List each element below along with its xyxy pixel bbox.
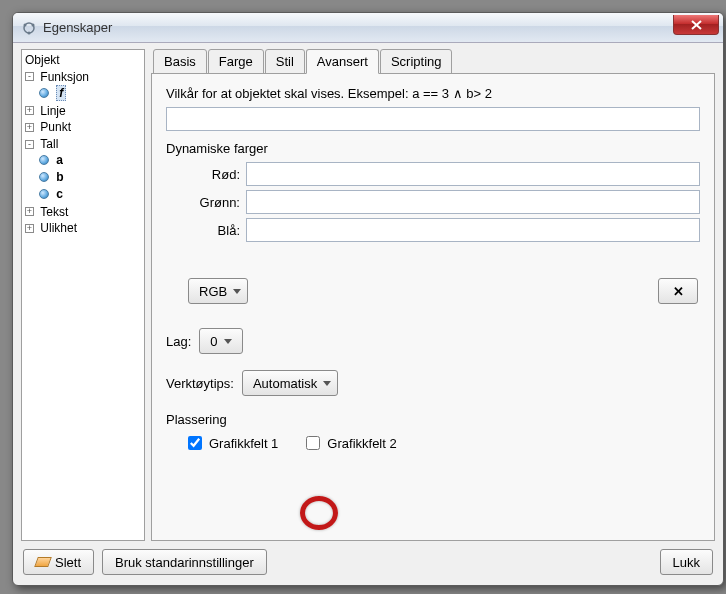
tab-farge[interactable]: Farge xyxy=(208,49,264,74)
tree-leaf-label: c xyxy=(56,187,63,201)
chevron-down-icon xyxy=(323,381,331,386)
tree-leaf-b[interactable]: b xyxy=(39,168,141,185)
tooltip-label: Verktøytips: xyxy=(166,376,234,391)
annotation-circle xyxy=(300,496,338,530)
expand-icon[interactable]: + xyxy=(25,224,34,233)
chevron-down-icon xyxy=(224,339,232,344)
object-dot-icon xyxy=(39,155,49,165)
tooltip-dropdown[interactable]: Automatisk xyxy=(242,370,338,396)
tree-node-funksjon[interactable]: - Funksjon f xyxy=(25,68,141,102)
dyn-colors-title: Dynamiske farger xyxy=(166,141,700,156)
delete-label: Slett xyxy=(55,555,81,570)
delete-button[interactable]: Slett xyxy=(23,549,94,575)
gfx2-text: Grafikkfelt 2 xyxy=(327,436,396,451)
gfx2-checkbox[interactable] xyxy=(306,436,320,450)
layer-value: 0 xyxy=(210,334,217,349)
chevron-down-icon xyxy=(233,289,241,294)
object-dot-icon xyxy=(39,189,49,199)
app-icon xyxy=(21,20,37,36)
object-tree[interactable]: Objekt - Funksjon f + Linje xyxy=(21,49,145,541)
tree-node-linje[interactable]: + Linje xyxy=(25,102,141,119)
defaults-button[interactable]: Bruk standarinnstillinger xyxy=(102,549,267,575)
blue-input[interactable] xyxy=(246,218,700,242)
tree-node-label: Tall xyxy=(40,137,58,151)
expand-icon[interactable]: + xyxy=(25,123,34,132)
expand-icon[interactable]: + xyxy=(25,106,34,115)
tree-node-label: Punkt xyxy=(40,120,71,134)
tooltip-value: Automatisk xyxy=(253,376,317,391)
placement-title: Plassering xyxy=(166,412,700,427)
blue-label: Blå: xyxy=(188,223,240,238)
gfx1-checkbox-label[interactable]: Grafikkfelt 1 xyxy=(184,433,278,453)
tree-node-label: Linje xyxy=(40,103,65,117)
gfx1-text: Grafikkfelt 1 xyxy=(209,436,278,451)
tree-node-label: Funksjon xyxy=(40,70,89,84)
gfx2-checkbox-label[interactable]: Grafikkfelt 2 xyxy=(302,433,396,453)
tab-avansert[interactable]: Avansert xyxy=(306,49,379,74)
tree-node-ulikhet[interactable]: + Ulikhet xyxy=(25,219,141,236)
svg-point-2 xyxy=(32,23,35,26)
color-mode-dropdown[interactable]: RGB xyxy=(188,278,248,304)
tree-leaf-c[interactable]: c xyxy=(39,185,141,202)
green-input[interactable] xyxy=(246,190,700,214)
green-label: Grønn: xyxy=(188,195,240,210)
red-input[interactable] xyxy=(246,162,700,186)
tree-root[interactable]: Objekt xyxy=(25,52,141,68)
color-mode-value: RGB xyxy=(199,284,227,299)
tab-panel-avansert: Vilkår for at objektet skal vises. Eksem… xyxy=(151,73,715,541)
tree-node-tall[interactable]: - Tall a b c xyxy=(25,135,141,202)
close-icon xyxy=(691,20,702,30)
window-title: Egenskaper xyxy=(43,20,112,35)
layer-label: Lag: xyxy=(166,334,191,349)
condition-input[interactable] xyxy=(166,107,700,131)
tree-node-label: Tekst xyxy=(40,204,68,218)
svg-point-3 xyxy=(28,31,31,34)
tree-node-label: Ulikhet xyxy=(40,221,77,235)
tree-leaf-label: f xyxy=(56,85,66,101)
tree-node-punkt[interactable]: + Punkt xyxy=(25,118,141,135)
gfx1-checkbox[interactable] xyxy=(188,436,202,450)
footer: Slett Bruk standarinnstillinger Lukk xyxy=(13,541,723,585)
object-dot-icon xyxy=(39,88,49,98)
condition-label: Vilkår for at objektet skal vises. Eksem… xyxy=(166,86,700,101)
tree-leaf-f[interactable]: f xyxy=(39,84,141,101)
window-close-button[interactable] xyxy=(673,15,719,35)
tab-scripting[interactable]: Scripting xyxy=(380,49,453,74)
titlebar: Egenskaper xyxy=(13,13,723,43)
expand-icon[interactable]: + xyxy=(25,207,34,216)
svg-point-1 xyxy=(24,23,27,26)
tab-basis[interactable]: Basis xyxy=(153,49,207,74)
clear-color-button[interactable]: ✕ xyxy=(658,278,698,304)
close-label: Lukk xyxy=(673,555,700,570)
eraser-icon xyxy=(34,557,52,567)
tab-bar: Basis Farge Stil Avansert Scripting xyxy=(151,49,715,74)
tree-leaf-label: a xyxy=(56,153,63,167)
red-label: Rød: xyxy=(188,167,240,182)
tab-stil[interactable]: Stil xyxy=(265,49,305,74)
properties-window: Egenskaper Objekt - Funksjon f xyxy=(12,12,724,586)
close-button[interactable]: Lukk xyxy=(660,549,713,575)
collapse-icon[interactable]: - xyxy=(25,140,34,149)
tree-leaf-a[interactable]: a xyxy=(39,151,141,168)
tree-leaf-label: b xyxy=(56,170,63,184)
object-dot-icon xyxy=(39,172,49,182)
layer-dropdown[interactable]: 0 xyxy=(199,328,243,354)
tree-node-tekst[interactable]: + Tekst xyxy=(25,203,141,220)
defaults-label: Bruk standarinnstillinger xyxy=(115,555,254,570)
collapse-icon[interactable]: - xyxy=(25,72,34,81)
